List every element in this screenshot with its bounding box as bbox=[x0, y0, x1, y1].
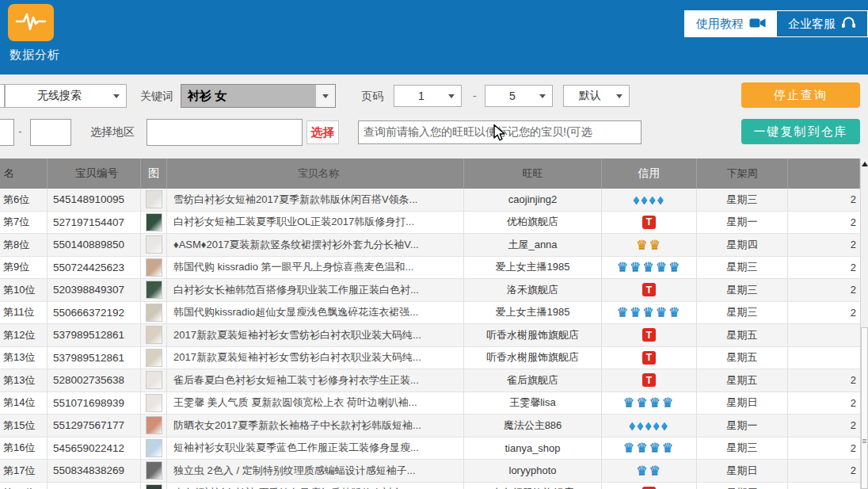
tmall-icon: T bbox=[642, 351, 656, 365]
stop-query-button[interactable]: 停止查询 bbox=[741, 82, 860, 108]
wangwang-cell: 优柏旗舰店 bbox=[464, 212, 602, 234]
table-row[interactable]: 第11位550666372192韩国代购kissradio超仙女显瘦浅色飘逸碎花… bbox=[0, 302, 860, 325]
crown-blue-icons: ♛♛♛♛ bbox=[623, 396, 675, 409]
item-thumbnail[interactable] bbox=[146, 213, 162, 231]
item-id-cell: 520398849307 bbox=[48, 279, 141, 301]
credit-cell: T bbox=[602, 369, 697, 392]
page-label: 页码 bbox=[361, 90, 383, 104]
item-name-cell[interactable]: 独立虫 2色入 / 定制特别纹理质感蝙蝠设计感短袖子... bbox=[167, 460, 464, 482]
scroll-up-arrow-icon[interactable] bbox=[862, 162, 868, 166]
item-name-cell[interactable]: 白衬衫女长袖韩范百搭修身职业装工作服正装白色衬... bbox=[167, 279, 464, 301]
wangwang-input[interactable]: 查询前请输入您的旺旺以便标记您的宝贝!(可选 bbox=[358, 120, 641, 144]
item-thumbnail[interactable] bbox=[146, 461, 162, 479]
item-thumbnail[interactable] bbox=[146, 235, 162, 254]
date-cell: 2 bbox=[788, 437, 860, 460]
tmall-icon: T bbox=[642, 216, 656, 229]
page-range-separator: - bbox=[473, 90, 477, 102]
page-from-select[interactable]: 1 bbox=[394, 85, 462, 107]
item-thumbnail[interactable] bbox=[146, 394, 162, 412]
keyword-value: 衬衫 女 bbox=[181, 85, 315, 107]
region-input[interactable] bbox=[147, 119, 303, 146]
item-thumbnail[interactable] bbox=[146, 304, 162, 322]
table-row[interactable]: 第8位550140889850♦ASM♦2017夏装新款竖条纹裙摆衬衫外套九分长… bbox=[0, 234, 860, 257]
item-name-cell[interactable]: 韩国代购 kissradio 第一眼平凡上身惊喜燕麦色温和... bbox=[167, 257, 464, 279]
credit-cell: ♛♛♛♛♛ bbox=[602, 257, 697, 279]
table-row[interactable]: 第12位5379895128612017新款夏装短袖衬衫女雪纺衫白衬衣职业装大码… bbox=[0, 324, 860, 347]
search-type-select[interactable]: 无线搜索 bbox=[5, 84, 127, 108]
item-name-cell[interactable]: 韩国代购kissradio超仙女显瘦浅色飘逸碎花连衣裙强... bbox=[167, 302, 464, 324]
item-id-cell: 545659022412 bbox=[48, 437, 141, 460]
item-name-cell[interactable]: 王雯馨 美人气质 夏新款圆领宽松上衣 荷叶边喇叭袖... bbox=[167, 392, 464, 415]
chevron-down-icon bbox=[448, 94, 455, 98]
item-thumbnail[interactable] bbox=[146, 439, 162, 457]
item-thumbnail[interactable] bbox=[146, 371, 162, 389]
date-cell: 2 bbox=[788, 279, 860, 301]
thumbnail-cell bbox=[141, 347, 167, 369]
table-row[interactable]: 第18位520920244994小白领衬衫女长袖 夏季纯色显瘦气质韩版修身衬衣.… bbox=[0, 483, 860, 489]
keyword-combobox[interactable]: 衬衫 女 bbox=[181, 84, 336, 108]
thumbnail-cell bbox=[141, 415, 167, 437]
table-row[interactable]: 第9位550724425623韩国代购 kissradio 第一眼平凡上身惊喜燕… bbox=[0, 257, 860, 280]
week-cell: 星期三 bbox=[697, 279, 788, 301]
table-row[interactable]: 第17位550834838269独立虫 2色入 / 定制特别纹理质感蝙蝠设计感短… bbox=[0, 460, 860, 483]
item-name-cell[interactable]: 2017新款夏装短袖衬衫女雪纺衫白衬衣职业装大码纯... bbox=[167, 347, 464, 369]
date-cell bbox=[788, 324, 860, 346]
item-name-cell[interactable]: 雪纺白衬衫女短袖2017夏季新款韩版休闲百搭V领条... bbox=[167, 189, 464, 211]
date-cell: 2 bbox=[788, 392, 860, 415]
wangwang-cell: loryyphoto bbox=[464, 460, 602, 482]
price-max-input[interactable] bbox=[30, 119, 71, 146]
page-to-select[interactable]: 5 bbox=[485, 85, 553, 107]
item-name-cell[interactable]: 防晒衣女2017夏季新款长袖格子中长款衬衫韩版短袖... bbox=[167, 415, 464, 437]
item-thumbnail[interactable] bbox=[146, 326, 162, 344]
thumbnail-cell bbox=[141, 369, 167, 392]
rank-cell: 第11位 bbox=[0, 302, 48, 324]
keyword-dropdown-button[interactable] bbox=[315, 85, 335, 107]
item-thumbnail[interactable] bbox=[146, 349, 162, 367]
item-thumbnail[interactable] bbox=[146, 416, 162, 434]
vertical-scrollbar[interactable] bbox=[860, 159, 868, 489]
table-row[interactable]: 第15位551297567177防晒衣女2017夏季新款长袖格子中长款衬衫韩版短… bbox=[0, 415, 860, 437]
week-cell: 星期三 bbox=[697, 189, 788, 211]
thumbnail-cell bbox=[141, 302, 167, 324]
support-button-label: 企业客服 bbox=[788, 17, 836, 32]
table-row[interactable]: 第16位545659022412短袖衬衫女职业装夏季蓝色工作服正装工装修身显瘦.… bbox=[0, 437, 860, 460]
item-name-cell[interactable]: 小白领衬衫女长袖 夏季纯色显瘦气质韩版修身衬衣... bbox=[167, 483, 464, 489]
rank-cell: 第8位 bbox=[0, 234, 48, 256]
copy-to-warehouse-button[interactable]: 一键复制到仓库 bbox=[741, 119, 860, 144]
table-row[interactable]: 第13位528002735638雀后春夏白色衬衫女短袖工装寸衫修身衬衣学生正装.… bbox=[0, 369, 860, 392]
thumbnail-cell bbox=[141, 460, 167, 482]
crown-blue-icons: ♛♛♛♛♛ bbox=[617, 306, 682, 319]
thumbnail-cell bbox=[141, 189, 167, 211]
table-row[interactable]: 第13位5379895128612017新款夏装短袖衬衫女雪纺衫白衬衣职业装大码… bbox=[0, 347, 860, 370]
tutorial-button[interactable]: 使用教程 bbox=[685, 11, 777, 36]
table-row[interactable]: 第10位520398849307白衬衫女长袖韩范百搭修身职业装工作服正装白色衬.… bbox=[0, 279, 860, 302]
item-thumbnail[interactable] bbox=[146, 484, 162, 489]
item-name-cell[interactable]: 白衬衫女短袖工装夏季职业OL正装2017韩版修身打... bbox=[167, 212, 464, 234]
credit-cell: ♛♛ bbox=[602, 460, 697, 482]
item-thumbnail[interactable] bbox=[146, 281, 162, 299]
credit-cell: ♛♛♛♛♛ bbox=[602, 302, 697, 324]
item-thumbnail[interactable] bbox=[146, 190, 162, 208]
item-name-cell[interactable]: 雀后春夏白色衬衫女短袖工装寸衫修身衬衣学生正装... bbox=[167, 369, 464, 392]
region-pick-button[interactable]: 选择 bbox=[306, 120, 339, 144]
item-thumbnail[interactable] bbox=[146, 258, 162, 277]
wangwang-cell: caojinjing2 bbox=[464, 189, 602, 211]
item-name-cell[interactable]: ♦ASM♦2017夏装新款竖条纹裙摆衬衫外套九分长袖V... bbox=[167, 234, 464, 256]
chevron-down-icon bbox=[113, 94, 120, 98]
table-row[interactable]: 第7位527197154407白衬衫女短袖工装夏季职业OL正装2017韩版修身打… bbox=[0, 212, 860, 235]
sort-select[interactable]: 默认 bbox=[563, 85, 630, 107]
item-name-cell[interactable]: 短袖衬衫女职业装夏季蓝色工作服正装工装修身显瘦... bbox=[167, 437, 464, 460]
rank-cell: 第13位 bbox=[0, 369, 48, 392]
credit-cell: T bbox=[602, 483, 697, 489]
thumbnail-cell bbox=[141, 392, 167, 415]
credit-cell: T bbox=[602, 279, 697, 301]
thumbnail-cell bbox=[141, 257, 167, 279]
support-button[interactable]: 企业客服 bbox=[777, 11, 867, 36]
scrollbar-thumb[interactable] bbox=[861, 327, 868, 489]
table-row[interactable]: 第6位545148910095雪纺白衬衫女短袖2017夏季新款韩版休闲百搭V领条… bbox=[0, 189, 860, 212]
table-row[interactable]: 第14位551071698939王雯馨 美人气质 夏新款圆领宽松上衣 荷叶边喇叭… bbox=[0, 392, 860, 415]
wangwang-cell: 土屋_anna bbox=[464, 234, 602, 256]
item-name-cell[interactable]: 2017新款夏装短袖衬衫女雪纺衫白衬衣职业装大码纯... bbox=[167, 324, 464, 346]
price-min-input[interactable] bbox=[0, 119, 14, 146]
credit-cell: ♛♛♛♛ bbox=[602, 392, 697, 415]
